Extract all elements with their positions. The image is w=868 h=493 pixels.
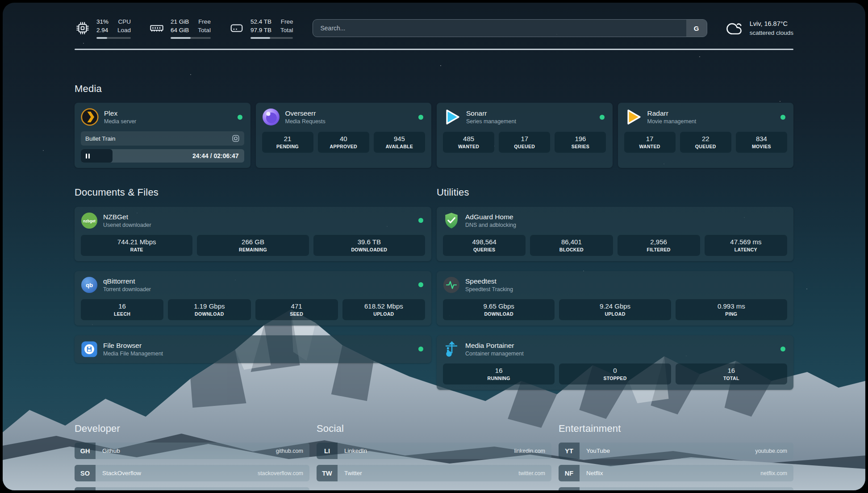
bookmark-reddit[interactable]: RE Reddit reddit.com xyxy=(559,487,793,490)
sonarr-icon xyxy=(443,108,461,126)
card-sonarr[interactable]: Sonarr Series management 485 WANTED 17 Q… xyxy=(437,103,613,168)
bookmark-abbr: DT xyxy=(75,487,96,490)
status-dot xyxy=(418,218,423,223)
cpu-widget: 31% 2.94 CPU Load xyxy=(75,18,131,39)
service-title: Overseerr xyxy=(285,109,326,117)
service-description: Movie management xyxy=(647,118,697,125)
bookmark-netflix[interactable]: NF Netflix netflix.com xyxy=(559,465,793,481)
stat-label: UPLOAD xyxy=(344,311,423,317)
portainer-icon xyxy=(443,341,460,358)
stat-block: 196 SERIES xyxy=(555,132,606,153)
stat-label: FILTERED xyxy=(619,247,698,252)
stat-block: 17 QUEUED xyxy=(499,132,550,153)
bookmark-abbr: NF xyxy=(559,465,580,481)
section-title-developer: Developer xyxy=(75,423,309,435)
memory-label-bottom: Total xyxy=(198,26,211,35)
status-dot xyxy=(780,347,785,351)
bookmark-abbr: TW xyxy=(317,465,338,481)
bookmark-youtube[interactable]: YT YouTube youtube.com xyxy=(559,443,793,459)
card-adguard[interactable]: AdGuard Home DNS and adblocking 498,564 … xyxy=(437,207,793,261)
cpu-usage-value: 31% xyxy=(96,18,108,26)
card-speedtest[interactable]: Speedtest Speedtest Tracking 9.65 Gbps D… xyxy=(437,271,793,326)
bookmark-name: Netflix xyxy=(580,465,603,481)
memory-progress-bar xyxy=(171,37,211,39)
status-dot xyxy=(418,282,423,287)
bookmark-dev[interactable]: DT DEV dev.to xyxy=(75,487,309,490)
stat-value: 0.993 ms xyxy=(677,302,785,310)
playback-time: 24:44 / 02:06:47 xyxy=(192,152,244,159)
section-title-social: Social xyxy=(317,423,551,435)
card-portainer[interactable]: Media Portainer Container management 16 … xyxy=(437,335,793,390)
stat-value: 945 xyxy=(376,135,423,142)
service-description: Torrent downloader xyxy=(103,286,151,292)
view-media-icon[interactable] xyxy=(232,134,240,142)
now-playing-title: Bullet Train xyxy=(85,135,116,142)
stat-value: 0 xyxy=(561,367,669,374)
status-dot xyxy=(600,115,605,120)
stat-label: QUEUED xyxy=(682,144,730,149)
card-plex[interactable]: Plex Media server Bullet Train xyxy=(75,103,250,168)
stat-label: SEED xyxy=(257,311,336,317)
stat-label: AVAILABLE xyxy=(376,144,423,149)
service-description: Media Requests xyxy=(285,118,326,125)
bookmark-linkedin[interactable]: LI LinkedIn linkedin.com xyxy=(317,443,551,459)
bookmark-url: github.com xyxy=(276,443,309,459)
stat-label: PING xyxy=(677,311,785,317)
stat-label: UPLOAD xyxy=(561,311,669,317)
stat-block: 2,956 FILTERED xyxy=(618,235,700,256)
bookmark-group-social: Social LI LinkedIn linkedin.com TW Twitt… xyxy=(317,415,551,490)
stat-value: 498,564 xyxy=(445,238,524,246)
bookmark-name: Reddit xyxy=(580,487,604,490)
bookmark-url: linkedin.com xyxy=(514,443,551,459)
card-qbittorrent[interactable]: qb qBittorrent Torrent downloader xyxy=(75,271,431,326)
card-nzbget[interactable]: nzbget NZBGet Usenet downloader 74 xyxy=(75,207,431,261)
bookmark-twitter[interactable]: TW Twitter twitter.com xyxy=(317,465,551,481)
search-provider-button[interactable]: G xyxy=(686,20,707,37)
bookmark-group-entertainment: Entertainment YT YouTube youtube.com NF … xyxy=(559,415,793,490)
stat-block: 498,564 QUERIES xyxy=(443,235,526,256)
status-dot xyxy=(418,115,423,120)
bookmark-name: LinkedIn xyxy=(338,443,367,459)
status-dot xyxy=(238,115,242,120)
bookmark-stackoverflow[interactable]: SO StackOverflow stackoverflow.com xyxy=(75,465,309,481)
section-title-entertainment: Entertainment xyxy=(559,423,793,435)
section-title-media: Media xyxy=(75,83,793,95)
cpu-progress-bar xyxy=(96,37,131,39)
stat-block: 834 MOVIES xyxy=(736,132,787,153)
card-radarr[interactable]: Radarr Movie management 17 WANTED 22 QUE… xyxy=(618,103,794,168)
bookmark-name: DEV xyxy=(96,487,115,490)
stat-block: 266 GB REMAINING xyxy=(197,235,309,256)
stat-label: STOPPED xyxy=(561,376,669,381)
stat-label: APPROVED xyxy=(320,144,367,149)
stat-value: 21 xyxy=(264,135,312,142)
disk-label-bottom: Total xyxy=(280,26,293,35)
bookmark-github[interactable]: GH Github github.com xyxy=(75,443,309,459)
stat-label: BLOCKED xyxy=(532,247,611,252)
stat-value: 266 GB xyxy=(199,238,307,246)
bookmark-group-developer: Developer GH Github github.com SO StackO… xyxy=(75,415,309,490)
card-overseerr[interactable]: Overseerr Media Requests 21 PENDING 40 A… xyxy=(256,103,432,168)
service-title: Radarr xyxy=(647,109,697,117)
svg-text:qb: qb xyxy=(86,282,93,288)
weather-condition: scattered clouds xyxy=(750,29,793,38)
stat-value: 86,401 xyxy=(532,238,611,246)
top-bar: 31% 2.94 CPU Load xyxy=(75,3,793,39)
service-description: Series management xyxy=(466,118,516,125)
stat-value: 16 xyxy=(83,302,162,310)
stat-label: REMAINING xyxy=(199,247,307,252)
stat-value: 16 xyxy=(445,367,553,374)
service-title: Speedtest xyxy=(465,277,513,285)
stat-value: 471 xyxy=(257,302,336,310)
qbittorrent-icon: qb xyxy=(81,276,98,293)
header-divider xyxy=(75,49,793,50)
section-media: Media Plex Media server xyxy=(75,83,793,168)
card-filebrowser[interactable]: File Browser Media File Management xyxy=(75,335,431,363)
search-input[interactable] xyxy=(313,20,686,37)
bookmark-abbr: YT xyxy=(559,443,580,459)
stat-value: 9.24 Gbps xyxy=(561,302,669,310)
radarr-icon xyxy=(624,108,642,126)
search-bar[interactable]: G xyxy=(313,19,707,37)
stat-label: MOVIES xyxy=(738,144,785,149)
speedtest-icon xyxy=(443,276,460,293)
stat-block: 39.6 TB DOWNLOADED xyxy=(313,235,425,256)
